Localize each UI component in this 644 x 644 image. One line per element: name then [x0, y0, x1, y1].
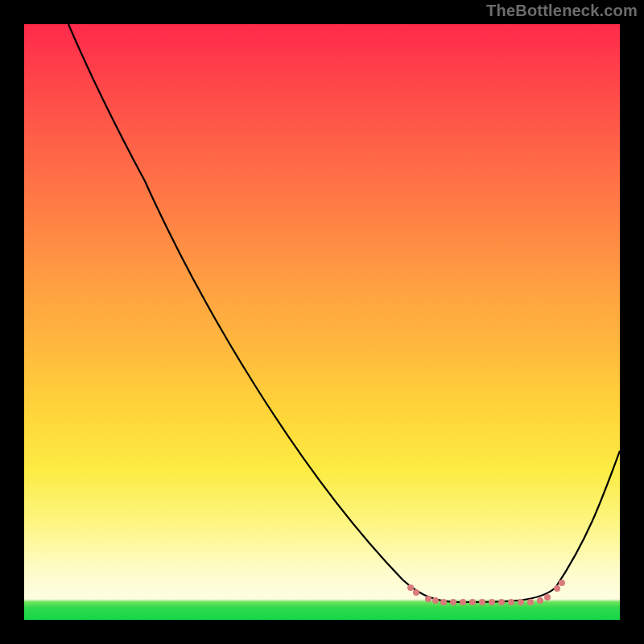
plot-area [24, 24, 620, 620]
svg-point-15 [544, 594, 551, 601]
svg-point-1 [413, 589, 419, 596]
svg-point-3 [432, 597, 439, 604]
svg-point-5 [450, 599, 456, 605]
curve-path [68, 24, 620, 602]
svg-point-4 [440, 599, 447, 605]
svg-point-16 [554, 585, 560, 592]
svg-point-10 [498, 599, 505, 605]
svg-point-9 [489, 599, 495, 605]
svg-point-11 [508, 599, 514, 605]
watermark-text: TheBottleneck.com [486, 2, 638, 20]
svg-point-17 [559, 580, 565, 586]
svg-point-14 [537, 597, 543, 604]
svg-point-7 [469, 599, 476, 605]
svg-point-0 [407, 584, 414, 591]
svg-point-13 [527, 599, 534, 605]
svg-point-6 [460, 599, 466, 605]
bottleneck-curve [24, 24, 620, 620]
svg-point-8 [479, 599, 485, 605]
chart-frame: TheBottleneck.com [0, 0, 644, 644]
svg-point-12 [518, 599, 524, 605]
svg-point-2 [425, 596, 431, 602]
